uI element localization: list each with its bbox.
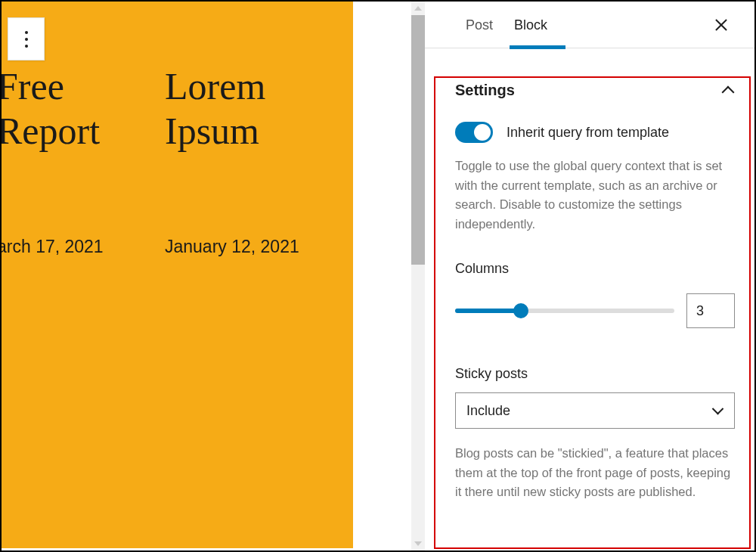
columns-slider[interactable]	[455, 309, 674, 313]
slider-fill	[455, 309, 521, 313]
post-title[interactable]: Lorem Ipsum	[165, 64, 265, 154]
more-vertical-icon	[25, 31, 28, 48]
tab-indicator	[510, 45, 565, 49]
post-title-line2: Report	[2, 110, 100, 152]
sticky-posts-select-wrap: Include	[455, 392, 735, 429]
settings-panel: Settings Inherit query from template Tog…	[425, 48, 754, 502]
post-title-line1: Free	[2, 65, 64, 107]
post-title-line2: Ipsum	[165, 110, 259, 152]
slider-thumb[interactable]	[513, 303, 528, 318]
columns-input[interactable]	[686, 293, 735, 328]
post-date[interactable]: January 12, 2021	[165, 237, 299, 257]
sticky-posts-select[interactable]: Include	[455, 392, 735, 429]
sticky-posts-help: Blog posts can be "stickied", a feature …	[455, 444, 735, 502]
inherit-query-toggle[interactable]	[455, 122, 493, 143]
columns-label: Columns	[455, 261, 735, 277]
scrollbar-thumb[interactable]	[411, 15, 425, 265]
post-date[interactable]: arch 17, 2021	[2, 237, 104, 257]
inherit-query-help: Toggle to use the global query context t…	[455, 157, 735, 234]
post-title[interactable]: Free Report	[2, 64, 100, 154]
sidebar-tabs: Post Block	[425, 2, 754, 48]
sticky-posts-label: Sticky posts	[455, 366, 735, 382]
settings-sidebar: Post Block Settings Inherit query from t…	[425, 2, 754, 550]
inherit-query-toggle-row: Inherit query from template	[455, 122, 735, 143]
chevron-up-icon	[721, 84, 735, 98]
settings-panel-header[interactable]: Settings	[455, 82, 735, 99]
close-icon[interactable]	[708, 11, 735, 39]
columns-control	[455, 293, 735, 328]
settings-panel-title: Settings	[455, 82, 515, 99]
tab-post[interactable]: Post	[455, 4, 503, 45]
inherit-query-label: Inherit query from template	[507, 125, 669, 141]
editor-canvas-area: Free Report Lorem Ipsum arch 17, 2021 Ja…	[2, 2, 425, 550]
post-title-line1: Lorem	[165, 65, 265, 107]
tab-block[interactable]: Block	[503, 4, 558, 45]
block-options-button[interactable]	[8, 17, 45, 60]
block-canvas[interactable]: Free Report Lorem Ipsum arch 17, 2021 Ja…	[2, 2, 353, 548]
